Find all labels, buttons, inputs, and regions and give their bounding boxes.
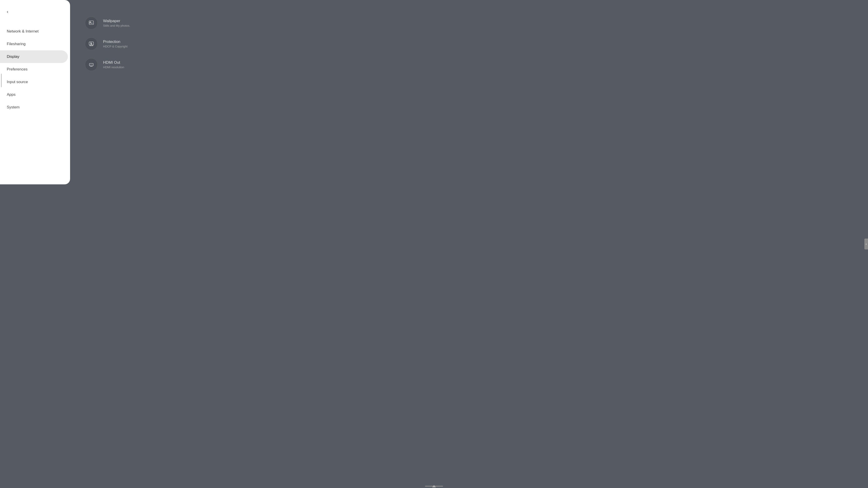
protection-title: Protection [103, 39, 127, 44]
hdmi-out-icon [85, 58, 98, 71]
sidebar-item-filesharing[interactable]: Filesharing [0, 38, 70, 51]
wallpaper-title: Wallpaper [103, 19, 130, 23]
back-arrow-icon: ‹ [7, 9, 8, 14]
sidebar-header: ‹ [0, 0, 70, 23]
protection-text: ProtectionHDCP & Copyright [103, 39, 127, 48]
sidebar-item-input-source[interactable]: Input source [0, 76, 70, 88]
sidebar-nav: Network & InternetFilesharingDisplayPref… [0, 23, 70, 184]
sidebar-item-network[interactable]: Network & Internet [0, 25, 70, 38]
svg-rect-4 [91, 43, 91, 43]
hdmi-out-subtitle: HDMI resolution [103, 66, 124, 69]
hdmi-out-text: HDMI OutHDMI resolution [103, 60, 124, 69]
protection-icon [85, 37, 98, 50]
back-link[interactable]: ‹ [7, 9, 63, 14]
settings-item-protection[interactable]: ProtectionHDCP & Copyright [81, 34, 318, 53]
sidebar: ‹ Network & InternetFilesharingDisplayPr… [0, 0, 70, 184]
sidebar-item-apps[interactable]: Apps [0, 88, 70, 101]
protection-subtitle: HDCP & Copyright [103, 45, 127, 48]
sidebar-item-display[interactable]: Display [0, 51, 68, 63]
settings-list: WallpaperStills and My photos. Protectio… [81, 13, 318, 74]
wallpaper-subtitle: Stills and My photos. [103, 24, 130, 27]
hdmi-out-title: HDMI Out [103, 60, 124, 65]
sidebar-item-system[interactable]: System [0, 101, 70, 113]
sidebar-item-preferences[interactable]: Preferences [0, 63, 70, 76]
wallpaper-icon [85, 17, 98, 29]
wallpaper-text: WallpaperStills and My photos. [103, 19, 130, 27]
main-content: WallpaperStills and My photos. Protectio… [70, 0, 329, 184]
svg-point-1 [90, 22, 91, 22]
svg-point-3 [91, 43, 92, 44]
settings-item-wallpaper[interactable]: WallpaperStills and My photos. [81, 13, 318, 33]
settings-item-hdmi-out[interactable]: HDMI OutHDMI resolution [81, 55, 318, 74]
